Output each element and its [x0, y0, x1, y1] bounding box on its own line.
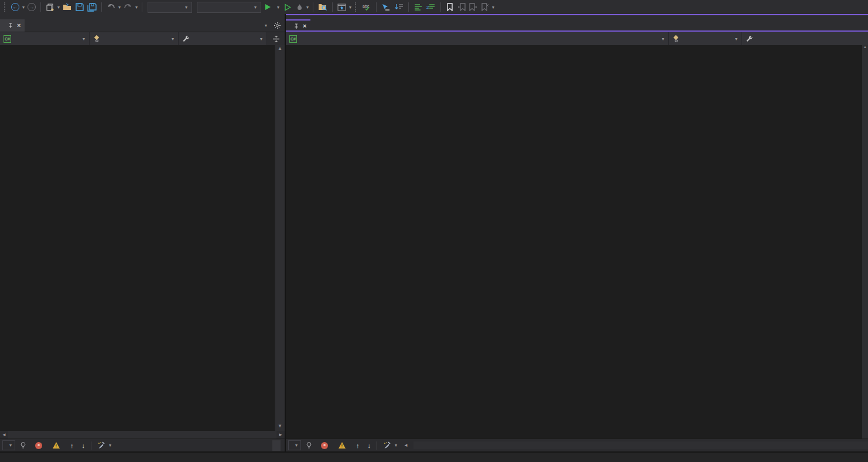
find-in-files-icon [318, 3, 327, 11]
pin-icon[interactable] [293, 23, 299, 29]
code-viewport[interactable] [0, 45, 275, 431]
start-without-debugging-icon [284, 4, 291, 11]
save-button[interactable] [74, 1, 85, 13]
close-icon[interactable]: × [303, 23, 306, 29]
warning-count-button[interactable] [49, 439, 66, 451]
scroll-down-icon[interactable]: ▼ [275, 423, 285, 430]
type-dropdown[interactable]: ▾ [90, 32, 179, 45]
tab-program-cs-2[interactable]: × [286, 19, 310, 32]
health-indicator[interactable] [15, 439, 31, 451]
bookmark-prev-icon [457, 3, 466, 11]
error-icon: × [35, 442, 42, 449]
save-all-button[interactable] [86, 1, 98, 13]
horizontal-scrollbar[interactable] [414, 441, 868, 449]
navigate-forward-button[interactable]: → [26, 1, 37, 13]
navigate-backward-button[interactable]: ← [10, 1, 20, 13]
svg-text:2: 2 [426, 5, 429, 10]
line-indicator[interactable] [256, 439, 264, 451]
project-dropdown[interactable]: C# ▾ [286, 32, 669, 45]
vertical-scrollbar[interactable]: ▲ ▼ [275, 45, 285, 431]
previous-issue-button[interactable]: ↑ [352, 439, 364, 451]
next-issue-button[interactable]: ↓ [78, 439, 90, 451]
undo-caret-icon[interactable]: ▾ [118, 5, 121, 10]
spell-checker-button[interactable]: abc [361, 1, 373, 13]
warning-icon [53, 442, 60, 449]
tab-bar-left: × ▾ [0, 14, 285, 32]
find-in-files-button[interactable] [317, 1, 329, 13]
redo-caret-icon[interactable]: ▾ [135, 5, 138, 10]
column-indicator[interactable] [264, 439, 272, 451]
next-bookmark-button[interactable] [468, 1, 479, 13]
close-icon[interactable]: × [17, 22, 20, 29]
format-document-button[interactable] [412, 1, 424, 13]
error-icon: × [321, 442, 328, 449]
redo-button[interactable] [122, 1, 134, 13]
open-file-button[interactable] [61, 1, 73, 13]
warning-count-button[interactable] [334, 439, 352, 451]
chevron-down-icon: ▾ [254, 5, 257, 10]
project-dropdown[interactable]: C# ▾ [0, 32, 90, 45]
previous-issue-button[interactable]: ↑ [66, 439, 78, 451]
toolbar-separator [40, 2, 41, 12]
scroll-left-icon[interactable]: ◄ [402, 441, 410, 449]
editor-statusbar-right: ▾ × ↑ ↓ ▾ ◄ [286, 439, 868, 451]
type-dropdown[interactable]: ▾ [669, 32, 742, 45]
error-count-button[interactable]: × [31, 439, 49, 451]
solution-platform-select[interactable]: ▾ [197, 2, 261, 13]
navigate-to-cursor-button[interactable] [380, 1, 392, 13]
start-without-debugging-button[interactable] [282, 1, 293, 13]
redo-icon [124, 4, 132, 11]
previous-bookmark-button[interactable] [456, 1, 467, 13]
hot-reload-button[interactable] [294, 1, 305, 13]
gear-icon[interactable] [274, 22, 281, 29]
start-debugging-button[interactable]: ▾ [264, 1, 281, 13]
bookmark-next-icon [469, 3, 477, 11]
member-dropdown[interactable] [742, 32, 868, 45]
start-debugging-icon [265, 4, 271, 10]
new-item-caret-icon[interactable]: ▾ [57, 5, 60, 10]
chevron-down-icon: ▾ [184, 5, 188, 10]
scroll-left-icon[interactable]: ◄ [0, 431, 8, 439]
preview-window-button[interactable] [336, 1, 347, 13]
split-view-button[interactable] [267, 32, 285, 45]
pin-icon[interactable] [8, 23, 13, 29]
toolbar-overflow-icon[interactable]: ▾ [491, 5, 495, 10]
navigate-backward-caret-icon[interactable]: ▾ [22, 5, 25, 10]
toolbar-grip[interactable] [355, 2, 358, 12]
next-issue-button[interactable]: ↓ [364, 439, 375, 451]
scroll-right-icon[interactable]: ► [276, 431, 285, 439]
solution-configuration-select[interactable]: ▾ [148, 2, 192, 13]
preview-window-caret-icon[interactable]: ▾ [348, 5, 352, 10]
bookmark-clear-icon [481, 3, 489, 11]
member-dropdown[interactable]: ▾ [179, 32, 267, 45]
navigation-bar-left: C# ▾ ▾ ▾ [0, 32, 285, 45]
code-cleanup-button[interactable]: ▾ [379, 439, 402, 451]
toggle-bookmark-button[interactable] [445, 1, 455, 13]
format-lines-icon [414, 4, 423, 11]
error-count-button[interactable]: × [317, 439, 334, 451]
vertical-scrollbar[interactable]: ▲ [862, 45, 868, 439]
code-viewport[interactable] [286, 45, 862, 439]
cursor-arrow-icon [381, 4, 391, 11]
code-cleanup-button[interactable]: ▾ [93, 439, 116, 451]
hot-reload-caret-icon[interactable]: ▾ [306, 5, 309, 10]
toolbar-separator [142, 2, 142, 12]
editor-statusbar-left: ▾ × ↑ ↓ ▾ [0, 439, 285, 451]
output-panel-header[interactable] [0, 451, 868, 462]
tab-list-caret-icon[interactable]: ▾ [264, 23, 268, 28]
new-item-button[interactable] [45, 1, 56, 13]
eol-indicator[interactable] [281, 439, 285, 451]
format-selection-button[interactable]: 2 [425, 1, 437, 13]
bookmark-icon [446, 3, 453, 11]
zoom-select[interactable]: ▾ [2, 440, 15, 450]
toolbar-grip[interactable] [4, 2, 7, 12]
scroll-up-icon[interactable]: ▲ [275, 46, 285, 53]
move-caret-button[interactable] [393, 1, 405, 13]
spaces-indicator[interactable] [272, 440, 281, 451]
undo-button[interactable] [105, 1, 117, 13]
zoom-select[interactable]: ▾ [288, 440, 301, 450]
horizontal-scrollbar[interactable]: ◄ ► [0, 431, 285, 439]
clear-bookmarks-button[interactable] [480, 1, 490, 13]
health-indicator[interactable] [301, 439, 317, 451]
tab-program-cs-1[interactable]: × [0, 19, 25, 32]
